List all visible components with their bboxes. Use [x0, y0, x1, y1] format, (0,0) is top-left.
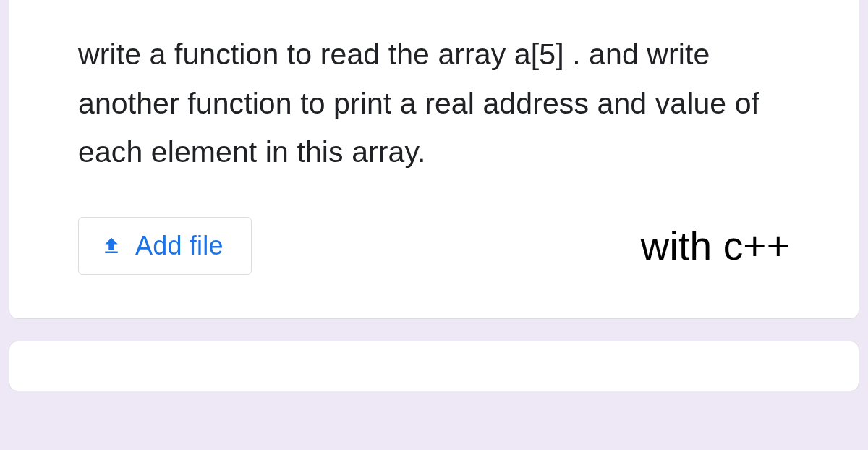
action-row: Add file with c++	[78, 217, 790, 275]
upload-icon	[101, 235, 122, 257]
add-file-label: Add file	[135, 231, 224, 261]
add-file-button[interactable]: Add file	[78, 217, 252, 275]
question-text: write a function to read the array a[5] …	[78, 30, 790, 177]
question-card: write a function to read the array a[5] …	[9, 0, 859, 319]
next-card-peek	[9, 341, 859, 391]
language-annotation: with c++	[641, 223, 790, 269]
